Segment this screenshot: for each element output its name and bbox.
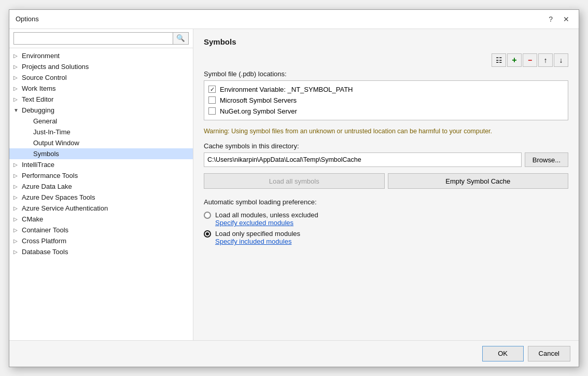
list-view-button[interactable]: ☷ <box>492 53 506 67</box>
expand-arrow: ▷ <box>13 173 21 178</box>
sidebar-item-azure-dev-spaces[interactable]: ▷ Azure Dev Spaces Tools <box>9 192 193 203</box>
sidebar-item-label: Source Control <box>22 74 67 81</box>
close-button[interactable]: ✕ <box>560 14 572 24</box>
expand-arrow: ▷ <box>13 249 21 255</box>
ms-servers-checkbox[interactable] <box>208 96 216 104</box>
sidebar-item-text-editor[interactable]: ▷ Text Editor <box>9 94 193 105</box>
cancel-button[interactable]: Cancel <box>528 346 570 361</box>
section-title: Symbols <box>204 37 568 46</box>
env-var-checkbox[interactable] <box>208 86 216 93</box>
sidebar-item-performance-tools[interactable]: ▷ Performance Tools <box>9 170 193 181</box>
sidebar-item-database-tools[interactable]: ▷ Database Tools <box>9 246 193 257</box>
sidebar-item-label: Database Tools <box>22 248 68 256</box>
sidebar-item-label: Cross Platform <box>22 237 66 245</box>
toolbar-row: ☷ + − ↑ ↓ <box>204 53 568 67</box>
sidebar-item-cmake[interactable]: ▷ CMake <box>9 214 193 225</box>
sidebar-item-container-tools[interactable]: ▷ Container Tools <box>9 225 193 235</box>
radio-option-load-all: Load all modules, unless excluded Specif… <box>204 211 568 227</box>
ms-servers-label: Microsoft Symbol Servers <box>220 96 297 104</box>
sidebar-item-general[interactable]: General <box>9 116 193 127</box>
action-row: Load all symbols Empty Symbol Cache <box>204 173 568 189</box>
search-box: 🔍 <box>9 29 193 48</box>
options-dialog: Options ? ✕ 🔍 ▷ Environment ▷ <box>9 9 579 367</box>
remove-button[interactable]: − <box>523 53 537 67</box>
specify-excluded-link[interactable]: Specify excluded modules <box>215 219 568 227</box>
sidebar-item-label: Just-In-Time <box>33 128 71 136</box>
symbol-locations-label: Symbol file (.pdb) locations: <box>204 70 568 78</box>
sidebar-item-debugging[interactable]: ▼ Debugging <box>9 105 193 116</box>
expand-arrow: ▷ <box>13 64 21 69</box>
load-specified-radio[interactable] <box>204 230 211 238</box>
sidebar-item-label: Symbols <box>33 150 59 158</box>
content-area: 🔍 ▷ Environment ▷ Projects and Solutions… <box>9 29 579 340</box>
list-item: Environment Variable: _NT_SYMBOL_PATH <box>208 84 564 95</box>
bottom-bar: OK Cancel <box>9 340 579 367</box>
up-arrow-icon: ↑ <box>544 56 548 64</box>
empty-symbol-cache-button[interactable]: Empty Symbol Cache <box>388 173 569 189</box>
right-panel: Symbols ☷ + − ↑ ↓ Symbol <box>193 29 579 340</box>
sidebar-item-projects-solutions[interactable]: ▷ Projects and Solutions <box>9 61 193 72</box>
specify-included-link[interactable]: Specify included modules <box>215 238 568 245</box>
sidebar-item-label: Debugging <box>22 106 54 114</box>
cache-label: Cache symbols in this directory: <box>204 142 568 150</box>
sidebar-item-symbols[interactable]: Symbols <box>9 148 193 159</box>
sidebar-item-environment[interactable]: ▷ Environment <box>9 50 193 61</box>
sidebar-item-label: Environment <box>22 52 60 60</box>
load-all-radio[interactable] <box>204 212 211 219</box>
sidebar-item-label: General <box>33 117 57 125</box>
sidebar-item-intellitrace[interactable]: ▷ IntelliTrace <box>9 159 193 170</box>
radio-option-load-specified: Load only specified modules Specify incl… <box>204 230 568 245</box>
list-icon: ☷ <box>496 56 502 64</box>
cache-path-input[interactable] <box>204 152 522 167</box>
expand-arrow: ▷ <box>13 216 21 222</box>
sidebar-item-work-items[interactable]: ▷ Work Items <box>9 83 193 94</box>
path-row: Browse... <box>204 152 568 167</box>
expand-arrow: ▷ <box>13 162 21 168</box>
nuget-server-checkbox[interactable] <box>208 107 216 115</box>
left-panel: 🔍 ▷ Environment ▷ Projects and Solutions… <box>9 29 193 340</box>
remove-icon: − <box>528 56 532 64</box>
radio-item: Load only specified modules <box>204 230 568 238</box>
expand-arrow: ▷ <box>13 96 21 102</box>
sidebar-item-azure-service-auth[interactable]: ▷ Azure Service Authentication <box>9 203 193 214</box>
load-all-label: Load all modules, unless excluded <box>215 211 318 219</box>
sidebar-item-source-control[interactable]: ▷ Source Control <box>9 72 193 83</box>
dialog-title: Options <box>16 15 39 23</box>
list-item: Microsoft Symbol Servers <box>208 95 564 106</box>
browse-button[interactable]: Browse... <box>525 152 568 167</box>
sidebar-item-label: Azure Dev Spaces Tools <box>22 193 95 201</box>
sidebar-item-output-window[interactable]: Output Window <box>9 137 193 148</box>
expand-arrow: ▷ <box>13 86 21 91</box>
expand-arrow: ▷ <box>13 227 21 233</box>
expand-arrow: ▷ <box>13 75 21 80</box>
sidebar-item-label: Projects and Solutions <box>22 63 89 71</box>
title-bar-buttons: ? ✕ <box>545 14 572 24</box>
add-button[interactable]: + <box>507 53 522 67</box>
sidebar-item-cross-platform[interactable]: ▷ Cross Platform <box>9 235 193 246</box>
search-icon: 🔍 <box>176 34 185 42</box>
radio-item: Load all modules, unless excluded <box>204 211 568 219</box>
title-bar: Options ? ✕ <box>9 10 579 29</box>
expand-arrow: ▷ <box>13 194 21 200</box>
search-button[interactable]: 🔍 <box>173 32 189 45</box>
sidebar-item-label: Container Tools <box>22 226 68 234</box>
sidebar-item-label: Azure Service Authentication <box>22 204 108 212</box>
warning-text: Warning: Using symbol files from an unkn… <box>204 127 568 136</box>
radio-group: Load all modules, unless excluded Specif… <box>204 211 568 245</box>
sidebar-item-label: CMake <box>22 215 43 223</box>
nuget-server-label: NuGet.org Symbol Server <box>220 107 297 115</box>
sidebar-item-just-in-time[interactable]: Just-In-Time <box>9 127 193 137</box>
sidebar-item-label: Azure Data Lake <box>22 183 72 190</box>
search-input[interactable] <box>13 32 173 45</box>
sidebar-item-label: Text Editor <box>22 95 53 103</box>
sidebar-item-label: Performance Tools <box>22 172 78 179</box>
help-button[interactable]: ? <box>545 14 556 24</box>
sidebar-item-azure-data-lake[interactable]: ▷ Azure Data Lake <box>9 181 193 192</box>
move-up-button[interactable]: ↑ <box>538 53 553 67</box>
tree-area: ▷ Environment ▷ Projects and Solutions ▷… <box>9 48 193 340</box>
sidebar-item-label: IntelliTrace <box>22 161 54 169</box>
ok-button[interactable]: OK <box>482 346 524 361</box>
load-all-symbols-button[interactable]: Load all symbols <box>204 173 385 189</box>
move-down-button[interactable]: ↓ <box>554 53 568 67</box>
load-specified-label: Load only specified modules <box>215 230 300 238</box>
